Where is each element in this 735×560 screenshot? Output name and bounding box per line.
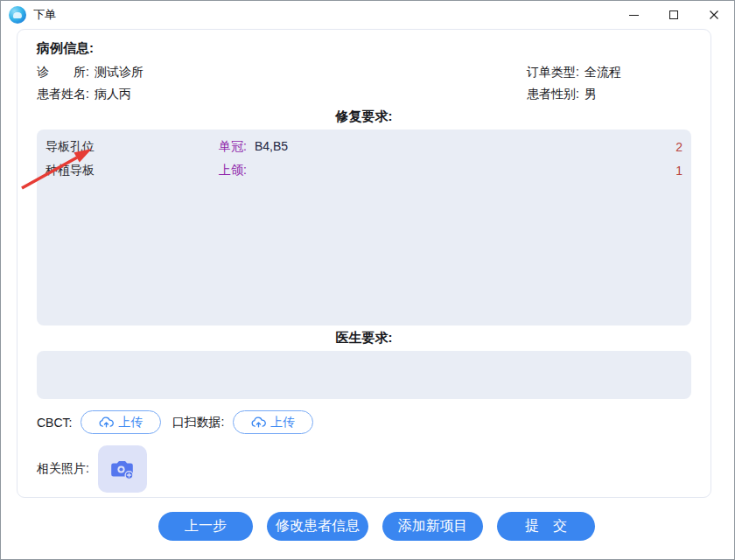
footer-actions: 上一步 修改患者信息 添加新项目 提 交	[158, 512, 595, 541]
order-form-card: 病例信息: 诊 所:测试诊所 订单类型:全流程 患者姓名:病人丙 患者性别:男 …	[17, 29, 711, 498]
repair-items-panel: 导板孔位 单冠:B4,B5 2 种植导板 上颌: 1	[37, 130, 691, 326]
app-logo-icon	[9, 6, 26, 24]
order-type-label: 订单类型:	[527, 65, 579, 79]
patient-gender-label: 患者性别:	[527, 87, 579, 101]
patient-gender-value: 男	[584, 87, 597, 101]
cloud-upload-icon	[251, 416, 266, 429]
maximize-button[interactable]	[654, 1, 694, 29]
modify-patient-info-button[interactable]: 修改患者信息	[267, 512, 368, 541]
minimize-button[interactable]	[613, 1, 654, 29]
case-info-row-2: 患者姓名:病人丙 患者性别:男	[37, 87, 691, 102]
cbct-upload-label: 上传	[118, 415, 143, 430]
window-title: 下单	[33, 7, 56, 23]
scan-upload-button[interactable]: 上传	[233, 410, 313, 434]
item-spec-value: B4,B5	[255, 139, 288, 153]
item-spec: 上颌:	[219, 163, 676, 178]
repair-heading: 修复要求:	[37, 108, 691, 125]
clinic-value: 测试诊所	[94, 65, 144, 79]
item-spec-label: 单冠:	[219, 139, 247, 153]
item-quantity: 2	[676, 140, 682, 154]
previous-step-button[interactable]: 上一步	[158, 512, 253, 541]
item-name: 导板孔位	[46, 139, 219, 155]
cloud-upload-icon	[99, 416, 114, 429]
close-button[interactable]	[694, 1, 734, 29]
patient-name-label: 患者姓名:	[37, 87, 89, 101]
minimize-icon	[629, 15, 639, 16]
order-type-field: 订单类型:全流程	[527, 65, 691, 80]
close-icon	[709, 10, 719, 20]
cbct-upload-button[interactable]: 上传	[80, 410, 161, 434]
upload-row: CBCT: 上传 口扫数据: 上传	[37, 410, 691, 434]
submit-button[interactable]: 提 交	[497, 512, 595, 541]
add-photo-button[interactable]	[98, 445, 147, 493]
case-info-heading: 病例信息:	[37, 40, 691, 57]
order-window: 下单 病例信息: 诊 所:测试诊所 订单类型:全流程	[0, 0, 735, 560]
item-spec: 单冠:B4,B5	[219, 139, 676, 155]
scan-data-label: 口扫数据:	[172, 415, 224, 430]
repair-item-row[interactable]: 种植导板 上颌: 1	[46, 158, 682, 182]
photos-label: 相关照片:	[37, 461, 89, 477]
add-new-item-button[interactable]: 添加新项目	[382, 512, 483, 541]
camera-plus-icon	[110, 458, 135, 480]
doctor-requirements-panel[interactable]	[37, 351, 691, 399]
item-name: 种植导板	[46, 163, 219, 178]
window-controls	[613, 1, 734, 29]
order-type-value: 全流程	[584, 65, 621, 79]
doctor-heading: 医生要求:	[37, 330, 691, 346]
cbct-label: CBCT:	[37, 416, 72, 430]
repair-item-row[interactable]: 导板孔位 单冠:B4,B5 2	[46, 135, 682, 158]
photos-row: 相关照片:	[37, 445, 691, 493]
patient-name-value: 病人丙	[94, 87, 131, 101]
item-quantity: 1	[676, 164, 682, 178]
clinic-field: 诊 所:测试诊所	[37, 65, 144, 80]
maximize-icon	[669, 10, 678, 19]
case-info-row-1: 诊 所:测试诊所 订单类型:全流程	[37, 65, 691, 80]
titlebar: 下单	[1, 1, 734, 29]
patient-gender-field: 患者性别:男	[527, 87, 691, 102]
scan-upload-label: 上传	[270, 415, 295, 430]
clinic-label: 诊 所:	[37, 65, 89, 79]
patient-name-field: 患者姓名:病人丙	[37, 87, 131, 102]
item-spec-label: 上颌:	[219, 163, 247, 177]
